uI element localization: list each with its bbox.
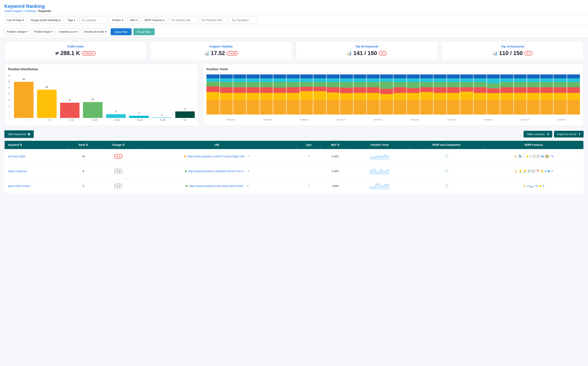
rank-cell: 2 (68, 179, 99, 193)
keyword-link-alamo[interactable]: alamo rental car (8, 170, 27, 173)
top50-badge: ⊙ 1 (379, 51, 387, 55)
trend-col-26 (540, 74, 553, 114)
trend-col-13 (367, 74, 380, 114)
trend-col-19 (447, 74, 460, 114)
columns-icon: ⊞ (547, 132, 549, 136)
trend-col-1 (206, 74, 219, 114)
table-toolbar: Add Keywords ⊕ Table columns ⊞ Export to… (4, 130, 584, 138)
position-filter[interactable]: Position ▾ (110, 17, 126, 24)
download-icon: ⬇ (578, 132, 580, 136)
url-link-3[interactable]: https://www.expedia.co.uk/London-Apart-H… (189, 184, 245, 188)
keywords-table: Keyword ⇅ Rank ⇅ Change ⇅ URL Type MSV ⇅ (4, 141, 584, 193)
trend-col-16 (407, 74, 420, 114)
trend-col-23 (500, 74, 513, 114)
url-dot-green (185, 170, 187, 172)
mini-trend-chart-2 (369, 167, 391, 175)
organic-visibility-badge: ⊙ 0.44 (227, 51, 238, 55)
tags-filter[interactable]: Tags ▾ (65, 17, 78, 24)
svg-marker-0 (370, 155, 389, 160)
metric-top50: Top 50 Keywords 📊 141 / 150 ⊙ 1 (296, 41, 438, 60)
domain-filter[interactable]: expedia.co.uk ▾ (57, 28, 80, 35)
metric-traffic-index: Traffic Index ⇄ 288.1 K ⊙ 24.4 K (4, 41, 147, 60)
change-badge-neutral-2: ⊙ 0 (114, 169, 122, 173)
trend-col-11 (340, 74, 353, 114)
position-distribution-chart: Position Distribution 60 50 40 30 20 10 … (4, 64, 198, 126)
external-link-icon-3[interactable]: ↗ (247, 184, 249, 188)
type-question-1: ? (308, 155, 309, 158)
trend-col-7 (287, 74, 299, 114)
col-url: URL (138, 141, 297, 149)
change-cell: ⊙ 0 (99, 164, 138, 179)
keyword-filter[interactable]: 🔍 (79, 17, 108, 24)
trend-col-15 (393, 74, 406, 114)
date-range-filter[interactable]: Last 30 Days ▾ (4, 17, 27, 24)
bar-group-2-5: 39 (37, 74, 57, 118)
bar-group-31-40: 3 (129, 74, 149, 118)
include-results-filter[interactable]: Include all results ▾ (82, 28, 109, 35)
url-dot-green-3 (186, 185, 188, 187)
filter-bar-row1: Last 30 Days ▾ Google uk-EN (desktop) ▾ … (0, 15, 588, 26)
trend-col-8 (300, 74, 313, 114)
url-link-2[interactable]: https://www.expedia.co.uk/Alamo-Rent-A-C… (188, 170, 246, 173)
type-question-3: ? (308, 184, 309, 188)
rank-cell: 8 (68, 164, 99, 179)
external-link-icon-2[interactable]: ↗ (247, 170, 249, 173)
keyword-input[interactable] (86, 19, 105, 22)
ranking-url-filter[interactable]: 🔍 (169, 17, 197, 24)
trend-col-3 (233, 74, 246, 114)
trend-x-axis: 04/03/2021 04/06/2021 04/09/2021 04/12/2… (212, 119, 580, 121)
trend-col-27 (554, 74, 566, 114)
bar-group-51plus: 9 (175, 74, 195, 118)
keyword-link-air-france[interactable]: air france flight (8, 155, 25, 158)
y-axis-labels: 60 50 40 30 20 10 0 (8, 74, 10, 118)
external-link-icon[interactable]: ↗ (248, 155, 250, 158)
table-row: air france flight 34 ⊙ 2 https://www.exp… (5, 149, 584, 164)
msv-filter[interactable]: MSV ▾ (128, 17, 140, 24)
trend-col-12 (353, 74, 366, 114)
apply-filter-button[interactable]: Apply filter (111, 28, 132, 35)
reset-filter-button[interactable]: Reset filter (133, 28, 155, 35)
preferred-url-filter[interactable]: 🔍 (199, 17, 227, 24)
col-keyword: Keyword ⇅ (5, 141, 68, 149)
trend-col-6 (273, 74, 286, 114)
keyword-link-apart[interactable]: apart hotels london (8, 184, 30, 188)
sort-msv-icon[interactable]: ⇅ (337, 143, 339, 146)
ranking-url-input[interactable] (175, 19, 195, 22)
position-begin-filter[interactable]: Position begin ▾ (31, 28, 55, 35)
preferred-url-input[interactable] (206, 19, 225, 22)
table-row: apart hotels london 2 ⊙ 0 https://www.ex… (5, 179, 584, 193)
serp-features-filter[interactable]: SERP Features ▾ (142, 17, 167, 24)
bar-group-11-20: 22 (83, 74, 102, 118)
x-axis-labels: 1 2-5 6-10 11-20 21-30 31-40 41-50 51+ (17, 119, 195, 121)
table-row: alamo rental car 8 ⊙ 0 https://www.exped… (5, 164, 584, 179)
svg-marker-1 (370, 169, 389, 175)
breadcrumb: United Kingdom > Ranking > Keywords (4, 10, 584, 13)
add-keywords-button[interactable]: Add Keywords ⊕ (4, 130, 34, 138)
trend-col-5 (260, 74, 273, 114)
sort-icon[interactable]: ⇅ (20, 143, 22, 146)
doc-icon-2: 📄 (444, 169, 449, 173)
position-change-filter[interactable]: Position change ▾ (4, 28, 30, 35)
sort-rank-icon[interactable]: ⇅ (86, 143, 88, 146)
top10-badge: ⊙ 7 (525, 51, 533, 55)
charts-row: Position Distribution 60 50 40 30 20 10 … (0, 64, 588, 130)
trend-col-20 (460, 74, 473, 114)
translation-input[interactable] (236, 19, 255, 22)
url-dot-orange (184, 156, 186, 157)
col-change: Change ⇅ (99, 141, 138, 149)
table-columns-button[interactable]: Table columns ⊞ (524, 131, 552, 137)
bar-group-41-50: 1 (152, 74, 172, 118)
url-link-1[interactable]: https://www.expedia.co.uk/Air-France-Fli… (188, 155, 247, 158)
col-rank: Rank ⇅ (68, 141, 99, 149)
trend-col-22 (487, 74, 500, 114)
trend-col-18 (434, 74, 447, 114)
plus-icon: ⊕ (27, 132, 30, 136)
export-excel-button[interactable]: Export to Excel ⬇ (554, 131, 584, 137)
change-cell: ⊙ 2 (99, 149, 138, 164)
col-serp-features: SERP Features (484, 141, 583, 149)
translation-filter[interactable]: 🔍 (229, 17, 258, 24)
traffic-index-badge: ⊙ 24.4 K (82, 51, 96, 55)
trend-col-14 (380, 74, 393, 114)
engine-filter[interactable]: Google uk-EN (desktop) ▾ (28, 17, 63, 24)
sort-change-icon[interactable]: ⇅ (122, 143, 125, 146)
